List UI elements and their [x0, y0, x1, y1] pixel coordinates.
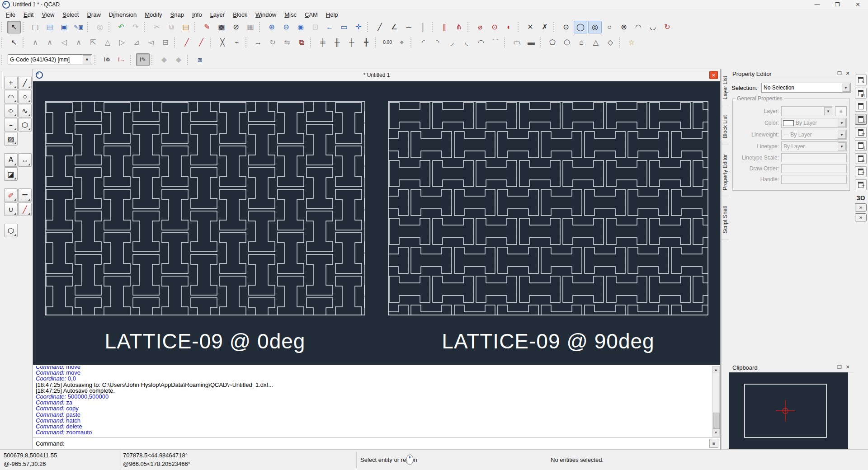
zoom-auto-icon[interactable]: ◉: [294, 21, 307, 33]
circle-center-point-icon[interactable]: ⊙: [559, 21, 573, 33]
property-input-linetypescale[interactable]: [781, 153, 847, 162]
corner-trim-icon[interactable]: ◞: [445, 36, 459, 49]
select-entity-icon[interactable]: ◁: [57, 36, 71, 49]
line-cross-icon[interactable]: ✕: [524, 21, 537, 33]
grid-toggle-icon[interactable]: ▦: [244, 21, 257, 33]
close-panel-icon[interactable]: ✕: [844, 70, 852, 77]
chamfer-icon[interactable]: ◝: [431, 36, 444, 49]
lattice-drawing-90deg[interactable]: [388, 101, 708, 315]
selection-arrow-icon[interactable]: ↖: [7, 21, 21, 33]
line-tangent-two-circles-icon[interactable]: ⌀: [473, 21, 487, 33]
select-layer-entities-icon[interactable]: △: [101, 36, 114, 49]
line-bisector-icon[interactable]: ⋔: [452, 21, 466, 33]
arc-center-point-icon[interactable]: ◠: [632, 21, 645, 33]
open-file-icon[interactable]: ▤: [43, 21, 57, 33]
arc-three-points-icon[interactable]: ◡: [646, 21, 660, 33]
select-all-icon[interactable]: ∧: [28, 36, 42, 49]
layer-menu-icon[interactable]: ≡: [835, 106, 847, 116]
menu-select[interactable]: Select: [58, 10, 83, 19]
document-tab[interactable]: * Untitled 1 ✕: [33, 69, 720, 81]
modify-tools-button[interactable]: ✐: [4, 188, 18, 202]
scroll-up-icon[interactable]: ▲: [712, 367, 719, 373]
snap-pointer-tool-button[interactable]: ╱: [18, 202, 32, 216]
trim-both-icon[interactable]: ╫: [330, 36, 344, 49]
console-options-icon[interactable]: ≡: [709, 439, 718, 448]
close-panel-icon[interactable]: ✕: [844, 363, 852, 371]
deselect-window-icon[interactable]: ⊟: [159, 36, 172, 49]
command-input[interactable]: [65, 440, 709, 447]
invert-selection-icon[interactable]: ▷: [115, 36, 129, 49]
viewport-3d-tool-button[interactable]: ⬡: [4, 224, 18, 237]
menu-file[interactable]: File: [2, 10, 19, 19]
menu-snap[interactable]: Snap: [166, 10, 188, 19]
maximize-button[interactable]: ❒: [827, 0, 848, 9]
dock-shapes-window-icon[interactable]: ◧: [855, 88, 867, 99]
dock-chevron-icon-1[interactable]: »: [855, 203, 867, 212]
text-tool-button[interactable]: A: [4, 153, 18, 167]
measure-tools-button[interactable]: ═: [18, 188, 32, 202]
dock-tab-script-shell[interactable]: Script Shell: [722, 201, 729, 240]
menu-draw[interactable]: Draw: [83, 10, 104, 19]
circle-two-point-radius-icon[interactable]: ◎: [588, 21, 602, 33]
save-as-icon[interactable]: ✎▣: [72, 21, 85, 33]
extend-icon[interactable]: ┼: [345, 36, 359, 49]
menu-dimension[interactable]: Dimension: [105, 10, 141, 19]
rectangle-icon[interactable]: ▭: [510, 36, 524, 49]
new-file-icon[interactable]: ▢: [28, 21, 42, 33]
corner-join-icon[interactable]: ⌒: [489, 36, 502, 49]
dock-pencil-window-icon[interactable]: ✎: [855, 75, 867, 85]
shorten-icon[interactable]: ╱: [194, 36, 208, 49]
undo-icon[interactable]: ↶: [114, 21, 128, 33]
polyline-tools-button[interactable]: ⌣: [4, 118, 18, 132]
spline-tools-button[interactable]: ∿: [18, 104, 32, 118]
zoom-previous-icon[interactable]: ←: [323, 21, 336, 33]
rectangle-size-icon[interactable]: ▬: [524, 36, 538, 49]
drawing-canvas[interactable]: LATTICE-09 @ 0degLATTICE-09 @ 90deg: [33, 81, 720, 365]
menu-layer[interactable]: Layer: [206, 10, 229, 19]
polygon-side-icon[interactable]: △: [589, 36, 603, 49]
line-parallel-icon[interactable]: ∥: [438, 21, 451, 33]
menu-window[interactable]: Window: [251, 10, 280, 19]
minimize-button[interactable]: —: [807, 0, 827, 9]
point-tools-button[interactable]: ＋: [4, 76, 18, 89]
clip-icon[interactable]: ╋: [359, 36, 373, 49]
menu-help[interactable]: Help: [322, 10, 342, 19]
polygon-center-corner-icon[interactable]: ⬠: [546, 36, 559, 49]
select-window-icon[interactable]: ⇱: [86, 36, 100, 49]
cam-config-dropdown[interactable]: G-Code (G41/G42) [mm]▼: [8, 54, 92, 65]
close-button[interactable]: ✕: [848, 0, 868, 9]
zoom-in-icon[interactable]: ⊕: [265, 21, 278, 33]
ellipse-tools-button[interactable]: ○: [4, 104, 18, 118]
translate-icon[interactable]: →: [251, 36, 265, 49]
zoom-selection-icon[interactable]: ⊡: [308, 21, 322, 33]
dock-chevron-icon-2[interactable]: »: [855, 213, 867, 221]
lattice-caption-90deg[interactable]: LATTICE-09 @ 90deg: [388, 329, 708, 353]
arc-tangent-icon[interactable]: ↻: [660, 21, 674, 33]
float-panel-icon[interactable]: ❐: [835, 363, 844, 371]
line-angle-icon[interactable]: ∠: [387, 21, 401, 33]
menu-view[interactable]: View: [38, 10, 58, 19]
line-cross-two-icon[interactable]: ✗: [538, 21, 552, 33]
menu-modify[interactable]: Modify: [141, 10, 166, 19]
draft-mode-icon[interactable]: ⊘: [229, 21, 243, 33]
cam-simulation-toggle-icon[interactable]: I✎: [136, 53, 150, 66]
image-tool-button[interactable]: ◪: [4, 167, 18, 181]
menu-info[interactable]: Info: [188, 10, 206, 19]
dock-tab-layer-list[interactable]: Layer List: [722, 70, 729, 105]
reference-point-icon[interactable]: ⌖: [395, 36, 409, 49]
property-combo-linetype[interactable]: By Layer▼: [781, 141, 847, 151]
cam-rapid-moves-icon[interactable]: ◆: [172, 53, 185, 66]
cam-configuration-icon[interactable]: I⚙: [100, 53, 114, 66]
command-history[interactable]: Command: moveCommand: moveCoordinate: 0,…: [34, 366, 711, 437]
cam-export-icon[interactable]: I→: [115, 53, 128, 66]
line-horizontal-icon[interactable]: ─: [402, 21, 415, 33]
property-combo-lineweight[interactable]: — By Layer▼: [781, 130, 847, 140]
lattice-drawing-0deg[interactable]: [45, 101, 365, 315]
circle-two-points-icon[interactable]: ◯: [574, 21, 587, 33]
property-input-draworder[interactable]: [781, 164, 847, 173]
round-corner-icon[interactable]: ◟: [460, 36, 473, 49]
line-tools-button[interactable]: ╱: [18, 76, 32, 89]
selection-pointer-icon[interactable]: ↖: [7, 36, 21, 49]
dimension-tools-button[interactable]: ↔: [18, 153, 32, 167]
property-combo-color[interactable]: By Layer▼: [781, 118, 847, 128]
